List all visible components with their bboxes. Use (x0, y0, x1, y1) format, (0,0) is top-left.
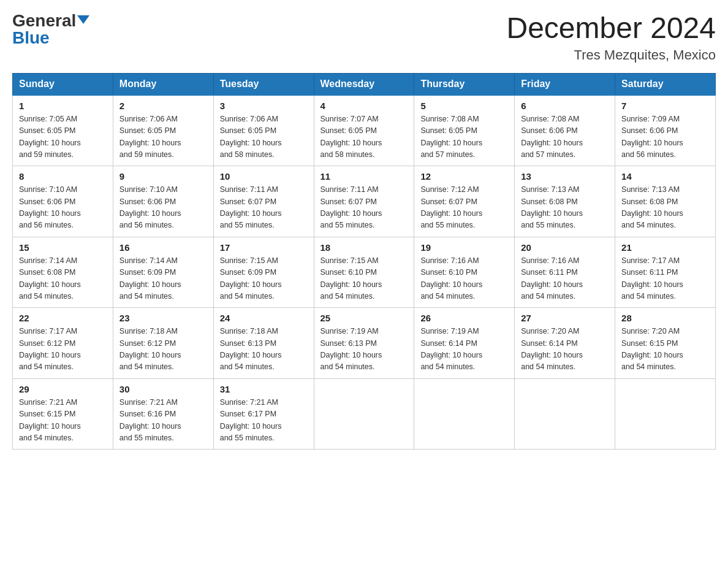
day-info: Sunrise: 7:15 AMSunset: 6:10 PMDaylight:… (320, 255, 408, 303)
calendar-cell: 12Sunrise: 7:12 AMSunset: 6:07 PMDayligh… (414, 166, 515, 237)
day-info: Sunrise: 7:05 AMSunset: 6:05 PMDaylight:… (19, 113, 107, 161)
day-number: 20 (521, 242, 609, 253)
calendar-cell: 9Sunrise: 7:10 AMSunset: 6:06 PMDaylight… (113, 166, 213, 237)
day-number: 6 (521, 101, 609, 111)
calendar-cell: 29Sunrise: 7:21 AMSunset: 6:15 PMDayligh… (13, 378, 113, 450)
day-number: 16 (119, 242, 207, 253)
day-number: 3 (220, 101, 308, 111)
calendar-cell: 23Sunrise: 7:18 AMSunset: 6:12 PMDayligh… (113, 308, 213, 379)
day-number: 28 (621, 313, 709, 323)
calendar-cell: 6Sunrise: 7:08 AMSunset: 6:06 PMDaylight… (515, 95, 615, 166)
day-info: Sunrise: 7:13 AMSunset: 6:08 PMDaylight:… (521, 184, 609, 232)
day-info: Sunrise: 7:12 AMSunset: 6:07 PMDaylight:… (420, 184, 508, 232)
day-number: 23 (119, 313, 207, 323)
month-title: December 2024 (506, 12, 716, 45)
day-number: 27 (521, 313, 609, 323)
calendar-cell: 17Sunrise: 7:15 AMSunset: 6:09 PMDayligh… (213, 237, 314, 308)
calendar-cell: 20Sunrise: 7:16 AMSunset: 6:11 PMDayligh… (515, 237, 615, 308)
day-number: 29 (19, 384, 107, 394)
day-number: 18 (320, 242, 408, 253)
header-thursday: Thursday (414, 73, 515, 95)
logo-triangle-icon (77, 15, 89, 24)
day-info: Sunrise: 7:16 AMSunset: 6:11 PMDaylight:… (521, 255, 609, 303)
calendar-cell: 16Sunrise: 7:14 AMSunset: 6:09 PMDayligh… (113, 237, 213, 308)
calendar-week-row: 29Sunrise: 7:21 AMSunset: 6:15 PMDayligh… (13, 378, 716, 450)
header-wednesday: Wednesday (314, 73, 414, 95)
day-number: 9 (119, 171, 207, 182)
logo-blue-text: Blue (12, 29, 50, 47)
day-number: 8 (19, 171, 107, 182)
header-sunday: Sunday (13, 73, 113, 95)
calendar-cell: 26Sunrise: 7:19 AMSunset: 6:14 PMDayligh… (414, 308, 515, 379)
day-info: Sunrise: 7:21 AMSunset: 6:17 PMDaylight:… (220, 397, 308, 445)
day-number: 17 (220, 242, 308, 253)
calendar-cell: 2Sunrise: 7:06 AMSunset: 6:05 PMDaylight… (113, 95, 213, 166)
calendar-cell: 19Sunrise: 7:16 AMSunset: 6:10 PMDayligh… (414, 237, 515, 308)
day-number: 30 (119, 384, 207, 394)
day-info: Sunrise: 7:20 AMSunset: 6:14 PMDaylight:… (521, 326, 609, 373)
day-info: Sunrise: 7:21 AMSunset: 6:15 PMDaylight:… (19, 397, 107, 445)
calendar-cell: 15Sunrise: 7:14 AMSunset: 6:08 PMDayligh… (13, 237, 113, 308)
calendar-cell: 10Sunrise: 7:11 AMSunset: 6:07 PMDayligh… (213, 166, 314, 237)
calendar-cell (615, 378, 716, 450)
day-info: Sunrise: 7:18 AMSunset: 6:12 PMDaylight:… (119, 326, 207, 373)
calendar-cell: 1Sunrise: 7:05 AMSunset: 6:05 PMDaylight… (13, 95, 113, 166)
calendar-cell: 30Sunrise: 7:21 AMSunset: 6:16 PMDayligh… (113, 378, 213, 450)
day-number: 12 (420, 171, 508, 182)
day-number: 14 (621, 171, 709, 182)
day-info: Sunrise: 7:11 AMSunset: 6:07 PMDaylight:… (220, 184, 308, 232)
day-info: Sunrise: 7:14 AMSunset: 6:09 PMDaylight:… (119, 255, 207, 303)
calendar-cell (414, 378, 515, 450)
title-block: December 2024 Tres Mezquites, Mexico (506, 12, 716, 63)
day-info: Sunrise: 7:06 AMSunset: 6:05 PMDaylight:… (220, 113, 308, 161)
day-number: 26 (420, 313, 508, 323)
day-info: Sunrise: 7:11 AMSunset: 6:07 PMDaylight:… (320, 184, 408, 232)
day-info: Sunrise: 7:14 AMSunset: 6:08 PMDaylight:… (19, 255, 107, 303)
day-info: Sunrise: 7:07 AMSunset: 6:05 PMDaylight:… (320, 113, 408, 161)
day-number: 24 (220, 313, 308, 323)
day-info: Sunrise: 7:19 AMSunset: 6:14 PMDaylight:… (420, 326, 508, 373)
day-info: Sunrise: 7:20 AMSunset: 6:15 PMDaylight:… (621, 326, 709, 373)
day-info: Sunrise: 7:18 AMSunset: 6:13 PMDaylight:… (220, 326, 308, 373)
day-number: 22 (19, 313, 107, 323)
day-info: Sunrise: 7:10 AMSunset: 6:06 PMDaylight:… (119, 184, 207, 232)
calendar-week-row: 15Sunrise: 7:14 AMSunset: 6:08 PMDayligh… (13, 237, 716, 308)
day-number: 4 (320, 101, 408, 111)
logo: General Blue (12, 12, 89, 47)
page-header: General Blue December 2024 Tres Mezquite… (12, 12, 716, 63)
day-number: 31 (220, 384, 308, 394)
location-title: Tres Mezquites, Mexico (506, 47, 716, 63)
calendar-cell (515, 378, 615, 450)
calendar-cell: 18Sunrise: 7:15 AMSunset: 6:10 PMDayligh… (314, 237, 414, 308)
logo-general-text: General (12, 12, 76, 29)
calendar-cell: 3Sunrise: 7:06 AMSunset: 6:05 PMDaylight… (213, 95, 314, 166)
calendar-cell: 8Sunrise: 7:10 AMSunset: 6:06 PMDaylight… (13, 166, 113, 237)
calendar-cell: 5Sunrise: 7:08 AMSunset: 6:05 PMDaylight… (414, 95, 515, 166)
day-info: Sunrise: 7:15 AMSunset: 6:09 PMDaylight:… (220, 255, 308, 303)
day-number: 2 (119, 101, 207, 111)
day-info: Sunrise: 7:08 AMSunset: 6:06 PMDaylight:… (521, 113, 609, 161)
calendar-table: SundayMondayTuesdayWednesdayThursdayFrid… (12, 73, 716, 450)
calendar-header-row: SundayMondayTuesdayWednesdayThursdayFrid… (13, 73, 716, 95)
day-number: 10 (220, 171, 308, 182)
calendar-week-row: 1Sunrise: 7:05 AMSunset: 6:05 PMDaylight… (13, 95, 716, 166)
calendar-cell: 13Sunrise: 7:13 AMSunset: 6:08 PMDayligh… (515, 166, 615, 237)
day-info: Sunrise: 7:08 AMSunset: 6:05 PMDaylight:… (420, 113, 508, 161)
header-tuesday: Tuesday (213, 73, 314, 95)
calendar-cell: 7Sunrise: 7:09 AMSunset: 6:06 PMDaylight… (615, 95, 716, 166)
day-number: 11 (320, 171, 408, 182)
day-info: Sunrise: 7:09 AMSunset: 6:06 PMDaylight:… (621, 113, 709, 161)
day-number: 7 (621, 101, 709, 111)
calendar-cell: 28Sunrise: 7:20 AMSunset: 6:15 PMDayligh… (615, 308, 716, 379)
header-friday: Friday (515, 73, 615, 95)
calendar-cell: 24Sunrise: 7:18 AMSunset: 6:13 PMDayligh… (213, 308, 314, 379)
day-info: Sunrise: 7:17 AMSunset: 6:11 PMDaylight:… (621, 255, 709, 303)
calendar-cell: 11Sunrise: 7:11 AMSunset: 6:07 PMDayligh… (314, 166, 414, 237)
day-info: Sunrise: 7:06 AMSunset: 6:05 PMDaylight:… (119, 113, 207, 161)
day-number: 19 (420, 242, 508, 253)
day-info: Sunrise: 7:21 AMSunset: 6:16 PMDaylight:… (119, 397, 207, 445)
day-info: Sunrise: 7:19 AMSunset: 6:13 PMDaylight:… (320, 326, 408, 373)
calendar-cell: 14Sunrise: 7:13 AMSunset: 6:08 PMDayligh… (615, 166, 716, 237)
day-info: Sunrise: 7:17 AMSunset: 6:12 PMDaylight:… (19, 326, 107, 373)
day-number: 15 (19, 242, 107, 253)
